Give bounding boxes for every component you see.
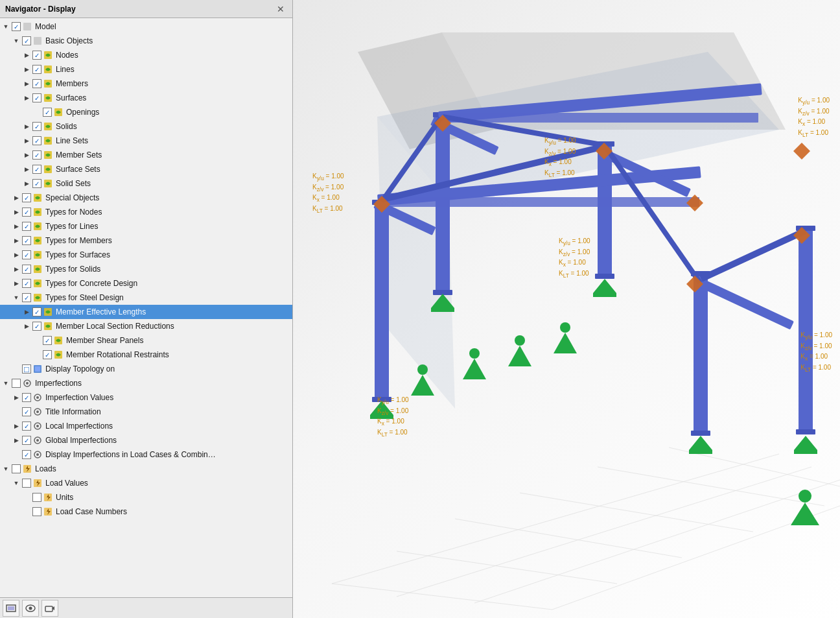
- tree-item-solids[interactable]: ▶✓Solids: [0, 119, 292, 134]
- checkbox-load-values[interactable]: [22, 479, 31, 488]
- tree-item-types-surfaces[interactable]: ▶✓Types for Surfaces: [0, 248, 292, 262]
- tree-item-imperfections[interactable]: ▼Imperfections: [0, 376, 292, 390]
- tree-item-local-imperfections[interactable]: ▶✓Local Imperfections: [0, 419, 292, 433]
- checkbox-member-rotational[interactable]: ✓: [43, 350, 52, 359]
- checkbox-types-lines[interactable]: ✓: [22, 222, 31, 231]
- expander-special-objects[interactable]: ▶: [12, 193, 21, 202]
- tree-item-solid-sets[interactable]: ▶✓Solid Sets: [0, 176, 292, 191]
- navigator-close-button[interactable]: ✕: [274, 4, 287, 14]
- expander-types-solids[interactable]: ▶: [12, 265, 21, 274]
- checkbox-types-solids[interactable]: ✓: [22, 265, 31, 274]
- tree-item-types-members[interactable]: ▶✓Types for Members: [0, 233, 292, 248]
- tree-item-global-imperfections[interactable]: ▶✓Global Imperfections: [0, 433, 292, 447]
- expander-types-lines[interactable]: ▶: [12, 222, 21, 231]
- tree-item-special-objects[interactable]: ▶✓Special Objects: [0, 191, 292, 205]
- expander-load-values[interactable]: ▼: [12, 479, 21, 488]
- checkbox-imperfections[interactable]: [12, 379, 21, 388]
- tree-item-load-case-numbers[interactable]: ▶Load Case Numbers: [0, 505, 292, 519]
- tree-item-units[interactable]: ▶Units: [0, 490, 292, 505]
- tree-item-types-steel[interactable]: ▼✓Types for Steel Design: [0, 291, 292, 305]
- checkbox-global-imperfections[interactable]: ✓: [22, 436, 31, 445]
- tree-item-load-values[interactable]: ▼Load Values: [0, 476, 292, 490]
- tree-item-member-local-reductions[interactable]: ▶✓Member Local Section Reductions: [0, 319, 292, 333]
- checkbox-member-sets[interactable]: ✓: [32, 150, 41, 160]
- checkbox-solids[interactable]: ✓: [32, 122, 41, 131]
- tree-item-loads[interactable]: ▼Loads: [0, 462, 292, 476]
- toolbar-camera-button[interactable]: [41, 600, 58, 617]
- viewport[interactable]: Ky/u = 1.00Kz/v = 1.00Kx = 1.00KLT = 1.0…: [293, 0, 840, 618]
- checkbox-types-concrete[interactable]: ✓: [22, 279, 31, 288]
- checkbox-member-eff-lengths[interactable]: ✓: [32, 307, 41, 316]
- checkbox-members[interactable]: ✓: [32, 79, 41, 88]
- checkbox-lines[interactable]: ✓: [32, 65, 41, 74]
- tree-item-basic-objects[interactable]: ▼✓Basic Objects: [0, 34, 292, 48]
- expander-solids[interactable]: ▶: [22, 122, 31, 131]
- expander-surface-sets[interactable]: ▶: [22, 165, 31, 174]
- expander-types-members[interactable]: ▶: [12, 236, 21, 245]
- checkbox-surfaces[interactable]: ✓: [32, 93, 41, 102]
- checkbox-surface-sets[interactable]: ✓: [32, 165, 41, 174]
- expander-imperfections[interactable]: ▼: [1, 379, 10, 388]
- tree-item-display-topology[interactable]: ▶□Display Topology on: [0, 362, 292, 376]
- expander-loads[interactable]: ▼: [1, 464, 10, 473]
- tree-item-surfaces[interactable]: ▶✓Surfaces: [0, 91, 292, 105]
- expander-line-sets[interactable]: ▶: [22, 136, 31, 145]
- expander-imperfection-values[interactable]: ▶: [12, 393, 21, 402]
- expander-members[interactable]: ▶: [22, 79, 31, 88]
- toolbar-visibility-button[interactable]: [22, 600, 39, 617]
- expander-solid-sets[interactable]: ▶: [22, 179, 31, 188]
- checkbox-openings[interactable]: ✓: [43, 108, 52, 117]
- checkbox-special-objects[interactable]: ✓: [22, 193, 31, 202]
- tree-item-members[interactable]: ▶✓Members: [0, 77, 292, 91]
- tree-item-model[interactable]: ▼✓Model: [0, 19, 292, 34]
- checkbox-basic-objects[interactable]: ✓: [22, 36, 31, 45]
- tree-item-types-solids[interactable]: ▶✓Types for Solids: [0, 262, 292, 276]
- expander-lines[interactable]: ▶: [22, 65, 31, 74]
- tree-item-types-concrete[interactable]: ▶✓Types for Concrete Design: [0, 276, 292, 291]
- tree-item-member-eff-lengths[interactable]: ▶✓Member Effective Lengths: [0, 305, 292, 319]
- checkbox-units[interactable]: [32, 493, 41, 502]
- checkbox-member-local-reductions[interactable]: ✓: [32, 322, 41, 331]
- checkbox-types-members[interactable]: ✓: [22, 236, 31, 245]
- tree-item-member-sets[interactable]: ▶✓Member Sets: [0, 148, 292, 162]
- checkbox-model[interactable]: ✓: [12, 22, 21, 31]
- expander-member-eff-lengths[interactable]: ▶: [22, 307, 31, 316]
- expander-types-steel[interactable]: ▼: [12, 293, 21, 302]
- tree-item-surface-sets[interactable]: ▶✓Surface Sets: [0, 162, 292, 176]
- tree-item-types-lines[interactable]: ▶✓Types for Lines: [0, 219, 292, 233]
- checkbox-line-sets[interactable]: ✓: [32, 136, 41, 145]
- tree-item-openings[interactable]: ▶✓Openings: [0, 105, 292, 119]
- expander-global-imperfections[interactable]: ▶: [12, 436, 21, 445]
- tree-item-title-information[interactable]: ▶✓Title Information: [0, 405, 292, 419]
- tree-item-nodes[interactable]: ▶✓Nodes: [0, 48, 292, 62]
- tree-item-member-shear-panels[interactable]: ▶✓Member Shear Panels: [0, 333, 292, 348]
- checkbox-solid-sets[interactable]: ✓: [32, 179, 41, 188]
- tree-item-line-sets[interactable]: ▶✓Line Sets: [0, 134, 292, 148]
- tree-item-lines[interactable]: ▶✓Lines: [0, 62, 292, 77]
- checkbox-nodes[interactable]: ✓: [32, 51, 41, 60]
- expander-member-sets[interactable]: ▶: [22, 150, 31, 160]
- expander-types-surfaces[interactable]: ▶: [12, 250, 21, 259]
- expander-local-imperfections[interactable]: ▶: [12, 422, 21, 431]
- expander-model[interactable]: ▼: [1, 22, 10, 31]
- checkbox-imperfection-values[interactable]: ✓: [22, 393, 31, 402]
- expander-surfaces[interactable]: ▶: [22, 93, 31, 102]
- expander-member-local-reductions[interactable]: ▶: [22, 322, 31, 331]
- checkbox-types-surfaces[interactable]: ✓: [22, 250, 31, 259]
- tree-item-member-rotational[interactable]: ▶✓Member Rotational Restraints: [0, 348, 292, 362]
- checkbox-types-steel[interactable]: ✓: [22, 293, 31, 302]
- checkbox-display-topology[interactable]: □: [22, 364, 31, 374]
- toolbar-display-button[interactable]: [3, 600, 19, 617]
- expander-types-nodes[interactable]: ▶: [12, 208, 21, 217]
- checkbox-types-nodes[interactable]: ✓: [22, 208, 31, 217]
- expander-types-concrete[interactable]: ▶: [12, 279, 21, 288]
- checkbox-title-information[interactable]: ✓: [22, 407, 31, 416]
- checkbox-local-imperfections[interactable]: ✓: [22, 422, 31, 431]
- checkbox-display-imp[interactable]: ✓: [22, 450, 31, 459]
- checkbox-member-shear-panels[interactable]: ✓: [43, 336, 52, 345]
- tree-item-types-nodes[interactable]: ▶✓Types for Nodes: [0, 205, 292, 219]
- checkbox-loads[interactable]: [12, 464, 21, 473]
- tree-item-display-imp[interactable]: ▶✓Display Imperfections in Load Cases & …: [0, 447, 292, 462]
- expander-nodes[interactable]: ▶: [22, 51, 31, 60]
- expander-basic-objects[interactable]: ▼: [12, 36, 21, 45]
